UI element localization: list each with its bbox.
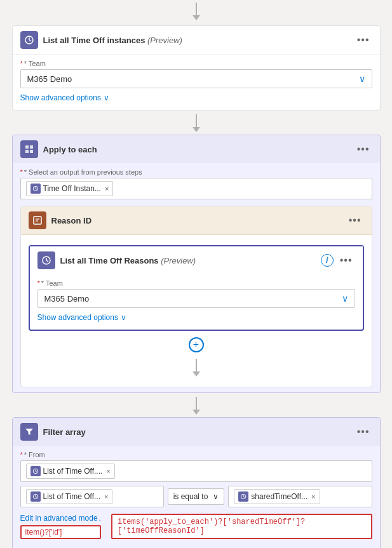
apply-to-each-header: Apply to each ••• [13,135,380,163]
select-output-field[interactable]: Time Off Instan... × [20,178,372,199]
reason-id-icon [29,211,46,229]
inner-plus-btn[interactable]: + [189,337,204,352]
svg-line-15 [46,260,48,262]
chip-clock-icon [30,184,41,194]
select-output-label: ** Select an output from previous steps [20,168,372,176]
reason-id-more-btn[interactable]: ••• [346,215,364,226]
filter-body: ** From List of Time Off.... × [13,446,380,548]
svg-rect-4 [30,145,33,149]
show-advanced-link[interactable]: Show advanced options ∨ [20,93,372,102]
filter-condition-row: List of Time Off... × is equal to ∨ [20,486,372,507]
filter-row-chip2-icon [238,491,248,502]
filter-row-chip2[interactable]: sharedTimeOff... × [234,489,320,504]
filter-row-chip1-close[interactable]: × [104,493,108,500]
connector-2 [193,397,200,415]
list-time-off-body: ** Team M365 Demo ∨ Show advanced option… [13,55,380,110]
is-equal-to-dropdown[interactable]: is equal to ∨ [168,488,225,505]
svg-rect-3 [25,145,29,149]
info-button[interactable]: i [321,254,334,267]
filter-row-chip2-close[interactable]: × [311,493,315,500]
svg-line-9 [36,189,37,189]
filter-row-chip1[interactable]: List of Time Off... × [26,489,113,504]
filter-expression: items('apply_to_each')?['sharedTimeOff']… [111,514,372,539]
nested-title: List all Time Off Reasons (Preview) [60,256,321,265]
apply-each-icon [20,140,38,158]
edit-advanced-link[interactable]: Edit in advanced mode . [20,514,101,523]
from-field[interactable]: List of Time Off.... × [20,460,372,482]
apply-each-body: ** Select an output from previous steps … [13,163,380,392]
list-time-off-card: List all Time Off instances (Preview) ••… [12,25,381,110]
nested-dropdown-arrow: ∨ [342,293,348,304]
nested-card-header: List all Time Off Reasons (Preview) i ••… [30,246,363,274]
filter-title: Filter array [43,427,355,437]
filter-row-chip1-icon [30,491,41,502]
nested-more-btn[interactable]: ••• [337,255,355,266]
inner-arrow-connector [29,356,364,379]
svg-rect-5 [25,150,29,153]
chevron-down-icon: ∨ [104,93,109,102]
apply-to-each-card: Apply to each ••• ** Select an output fr… [12,135,381,393]
item-id-expression: item()?['id'] [20,525,101,539]
svg-rect-10 [34,217,41,224]
connector-1 [193,114,200,132]
nested-body: ** Team M365 Demo ∨ Show advanced option… [30,274,363,330]
inner-plus-connector: + [29,336,364,354]
nested-chevron-down-icon: ∨ [121,313,126,322]
filter-icon [20,423,38,441]
team-dropdown[interactable]: M365 Demo ∨ [20,69,372,88]
list-time-off-title: List all Time Off instances (Preview) [43,36,355,45]
nested-clock-icon [37,251,55,269]
nested-team-dropdown[interactable]: M365 Demo ∨ [37,289,355,308]
svg-line-21 [36,497,37,497]
reason-id-body: List all Time Off Reasons (Preview) i ••… [21,235,372,387]
chip-close-btn[interactable]: × [105,185,109,192]
apply-each-title: Apply to each [43,145,355,154]
reason-id-header: Reason ID ••• [21,206,372,235]
svg-line-2 [29,40,31,41]
svg-rect-6 [30,150,33,153]
list-time-off-header: List all Time Off instances (Preview) ••… [13,26,380,55]
svg-line-24 [243,497,245,497]
filter-array-card: Filter array ••• ** From List of Time Of… [12,417,381,548]
team-label: ** Team [20,60,372,67]
from-chip-close[interactable]: × [106,467,110,475]
from-chip-icon [30,466,41,476]
filter-right-field[interactable]: sharedTimeOff... × [228,486,372,507]
list-time-off-more-btn[interactable]: ••• [355,34,372,46]
filter-left-field[interactable]: List of Time Off... × [20,486,164,507]
filter-header: Filter array ••• [13,418,380,446]
team-dropdown-arrow: ∨ [359,74,365,84]
nested-team-label: ** Team [37,279,355,287]
list-time-off-icon [20,31,38,49]
from-chip[interactable]: List of Time Off.... × [26,464,115,479]
from-label: ** From [20,451,372,458]
apply-each-more-btn[interactable]: ••• [355,144,372,155]
filter-more-btn[interactable]: ••• [355,426,372,438]
dropdown-arrow-icon: ∨ [213,492,219,501]
edit-advanced-left: Edit in advanced mode . item()?['id'] [20,510,101,539]
list-time-off-reasons-card: List all Time Off Reasons (Preview) i ••… [29,245,364,331]
expression-area: items('apply_to_each')?['sharedTimeOff']… [111,510,372,542]
nested-show-advanced-link[interactable]: Show advanced options ∨ [37,313,355,322]
edit-advanced-row: Edit in advanced mode . item()?['id'] it… [20,510,372,542]
reason-id-title: Reason ID [51,216,346,225]
time-off-instances-chip[interactable]: Time Off Instan... × [26,181,114,196]
reason-id-section: Reason ID ••• [20,206,372,387]
svg-line-18 [36,471,37,472]
